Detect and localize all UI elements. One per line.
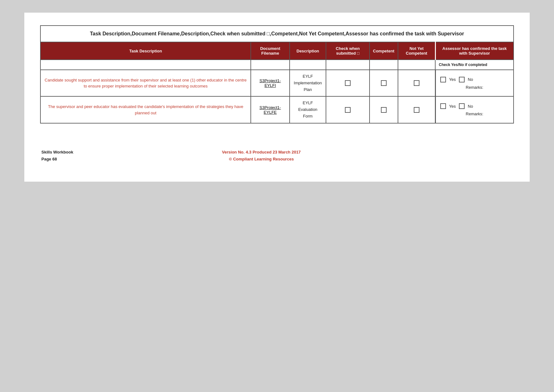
doc-link-1[interactable]: S3Project1-EYLFI [260, 78, 281, 88]
checkbox-no-1[interactable] [459, 77, 465, 82]
checkbox-submitted-box-2[interactable] [345, 107, 351, 113]
checkbox-yes-1[interactable] [440, 77, 446, 82]
sub-header-empty-3 [290, 60, 326, 70]
checkbox-not-yet-box-1[interactable] [414, 80, 419, 86]
col-document-filename: Document Filename [251, 42, 290, 60]
col-not-yet-competent: Not Yet Competent [398, 42, 436, 60]
checkbox-yes-2[interactable] [440, 103, 446, 109]
checkbox-competent-1[interactable] [370, 70, 398, 96]
remarks-2: Remarks: [440, 112, 509, 116]
col-assessor-confirmed: Assessor has confirmed the task with Sup… [435, 42, 514, 60]
assessor-cell-2: Yes No Remarks: [435, 96, 514, 123]
sub-header-row: Check Yes/No if completed [40, 60, 514, 70]
sub-header-check-yes-no: Check Yes/No if completed [435, 60, 514, 70]
footer-left-line1: Skills Workbook [41, 149, 73, 156]
sub-header-empty-6 [398, 60, 436, 70]
col-competent: Competent [370, 42, 398, 60]
footer-center-line2: © Compliant Learning Resources [222, 156, 301, 163]
description-cell-1: EYLF Implementation Plan [290, 70, 326, 96]
footer-center-line1: Version No. 4.3 Produced 23 March 2017 [222, 149, 301, 156]
sub-header-empty-2 [251, 60, 290, 70]
checkbox-submitted-2[interactable] [326, 96, 369, 123]
footer-center: Version No. 4.3 Produced 23 March 2017 ©… [222, 149, 301, 163]
no-label-1: No [468, 77, 473, 82]
main-table: Task Description,Document Filename,Descr… [40, 25, 514, 124]
checkbox-not-yet-2[interactable] [398, 96, 436, 123]
task-desc-cell-1: Candidate sought support and assistance … [40, 70, 251, 96]
checkbox-competent-box-2[interactable] [381, 107, 387, 113]
page-container: Task Description,Document Filename,Descr… [24, 13, 530, 182]
sub-header-empty-5 [370, 60, 398, 70]
doc-filename-cell-1: S3Project1-EYLFI [251, 70, 290, 96]
task-desc-cell-2: The supervisor and peer educator has eva… [40, 96, 251, 123]
description-cell-2: EYLF Evaluation Form [290, 96, 326, 123]
sub-header-empty-1 [40, 60, 251, 70]
assessor-cell-1: Yes No Remarks: [435, 70, 514, 96]
table-row: The supervisor and peer educator has eva… [40, 96, 514, 123]
doc-filename-cell-2: S3Project1-EYLFE [251, 96, 290, 123]
checkbox-no-2[interactable] [459, 103, 465, 109]
table-row: Candidate sought support and assistance … [40, 70, 514, 96]
footer: Skills Workbook Page 68 Version No. 4.3 … [40, 149, 514, 163]
yes-no-row-1: Yes No [440, 77, 509, 82]
subject-row: Task Description,Document Filename,Descr… [40, 26, 514, 42]
footer-left: Skills Workbook Page 68 [41, 149, 73, 163]
checkbox-submitted-box-1[interactable] [345, 80, 351, 86]
checkbox-not-yet-box-2[interactable] [414, 107, 419, 113]
no-label-2: No [468, 104, 473, 109]
yes-no-row-2: Yes No [440, 103, 509, 109]
col-description: Description [290, 42, 326, 60]
col-check-submitted: Check when submitted □ [326, 42, 369, 60]
checkbox-competent-2[interactable] [370, 96, 398, 123]
yes-label-1: Yes [449, 77, 456, 82]
subject-title: Task Description,Document Filename,Descr… [40, 26, 514, 42]
yes-label-2: Yes [449, 104, 456, 109]
checkbox-competent-box-1[interactable] [381, 80, 387, 86]
sub-header-empty-4 [326, 60, 369, 70]
footer-left-line2: Page 68 [41, 156, 73, 163]
checkbox-submitted-1[interactable] [326, 70, 369, 96]
col-task-description: Task Description [40, 42, 251, 60]
remarks-1: Remarks: [440, 85, 509, 90]
header-row: Task Description Document Filename Descr… [40, 42, 514, 60]
checkbox-not-yet-1[interactable] [398, 70, 436, 96]
doc-link-2[interactable]: S3Project1-EYLFE [260, 105, 281, 115]
